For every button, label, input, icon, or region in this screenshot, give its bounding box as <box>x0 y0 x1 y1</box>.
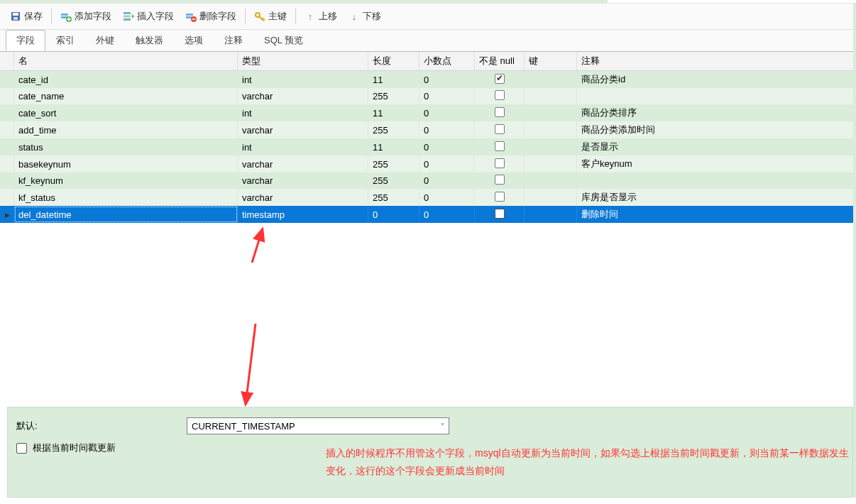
notnull-checkbox[interactable] <box>495 90 505 100</box>
col-type[interactable]: 类型 <box>238 52 368 71</box>
notnull-checkbox[interactable] <box>495 192 505 202</box>
cell-key[interactable] <box>525 206 577 223</box>
notnull-checkbox[interactable] <box>495 107 505 117</box>
delete-field-button[interactable]: 删除字段 <box>181 8 241 25</box>
tab-options[interactable]: 选项 <box>174 30 214 51</box>
cell-comment[interactable]: 是否显示 <box>577 138 856 155</box>
insert-field-label: 插入字段 <box>137 10 174 23</box>
cell-key[interactable] <box>525 104 577 121</box>
primary-key-button[interactable]: 主键 <box>250 8 291 25</box>
cell-length[interactable]: 11 <box>368 138 419 155</box>
cell-name[interactable]: status <box>14 138 238 155</box>
cell-key[interactable] <box>525 189 577 206</box>
cell-length[interactable]: 0 <box>368 206 419 223</box>
notnull-checkbox[interactable] <box>495 158 505 168</box>
cell-length[interactable]: 255 <box>368 172 419 189</box>
notnull-checkbox[interactable] <box>495 74 505 84</box>
table-row[interactable]: kf_keynumvarchar2550 <box>0 172 856 189</box>
cell-key[interactable] <box>525 88 577 104</box>
default-value-combo[interactable]: CURRENT_TIMESTAMP ˅ <box>187 417 449 434</box>
cell-name[interactable]: kf_status <box>14 189 238 206</box>
cell-name[interactable]: cate_sort <box>14 104 238 121</box>
cell-comment[interactable]: 删除时间 <box>577 206 856 223</box>
cell-type[interactable]: varchar <box>238 172 368 189</box>
on-update-timestamp-checkbox[interactable] <box>16 443 27 454</box>
insert-field-button[interactable]: 插入字段 <box>119 8 178 25</box>
cell-decimals[interactable]: 0 <box>419 189 475 206</box>
tab-foreign-keys[interactable]: 外键 <box>85 30 125 51</box>
save-button[interactable]: 保存 <box>6 8 47 25</box>
tab-sql-preview[interactable]: SQL 预览 <box>253 30 314 51</box>
table-row[interactable]: cate_namevarchar2550 <box>0 88 856 104</box>
cell-name[interactable]: add_time <box>14 121 238 138</box>
cell-comment[interactable]: 客户keynum <box>577 155 856 172</box>
tab-comment[interactable]: 注释 <box>214 30 253 51</box>
cell-comment[interactable]: 商品分类排序 <box>577 104 856 121</box>
cell-name[interactable]: del_datetime <box>14 206 238 223</box>
svg-rect-3 <box>61 13 68 16</box>
cell-decimals[interactable]: 0 <box>419 71 475 89</box>
cell-key[interactable] <box>525 172 577 189</box>
move-up-button[interactable]: ↑ 上移 <box>300 8 341 25</box>
cell-decimals[interactable]: 0 <box>419 104 475 121</box>
cell-decimals[interactable]: 0 <box>419 88 475 104</box>
cell-type[interactable]: varchar <box>238 189 368 206</box>
cell-comment[interactable]: 库房是否显示 <box>577 189 856 206</box>
col-notnull[interactable]: 不是 null <box>475 52 525 71</box>
cell-comment[interactable]: 商品分类id <box>577 71 856 89</box>
fields-grid[interactable]: 名 类型 长度 小数点 不是 null 键 注释 cate_idint110商品… <box>0 52 856 223</box>
col-key[interactable]: 键 <box>525 52 577 71</box>
insert-field-icon <box>123 11 134 22</box>
cell-length[interactable]: 255 <box>368 88 419 104</box>
notnull-checkbox[interactable] <box>495 124 505 134</box>
table-row[interactable]: add_timevarchar2550商品分类添加时间 <box>0 121 856 138</box>
cell-length[interactable]: 255 <box>368 189 419 206</box>
cell-length[interactable]: 11 <box>368 104 419 121</box>
tab-triggers[interactable]: 触发器 <box>125 30 174 51</box>
tab-indexes[interactable]: 索引 <box>45 30 85 51</box>
cell-length[interactable]: 11 <box>368 71 419 89</box>
cell-key[interactable] <box>525 155 577 172</box>
cell-length[interactable]: 255 <box>368 121 419 138</box>
col-name[interactable]: 名 <box>14 52 238 71</box>
cell-type[interactable]: timestamp <box>238 206 368 223</box>
cell-key[interactable] <box>525 138 577 155</box>
cell-type[interactable]: int <box>238 71 368 89</box>
col-length[interactable]: 长度 <box>368 52 419 71</box>
cell-key[interactable] <box>525 71 577 89</box>
cell-decimals[interactable]: 0 <box>419 172 475 189</box>
cell-key[interactable] <box>525 121 577 138</box>
notnull-checkbox[interactable] <box>495 209 505 219</box>
notnull-checkbox[interactable] <box>495 141 505 151</box>
col-decimals[interactable]: 小数点 <box>419 52 475 71</box>
cell-length[interactable]: 255 <box>368 155 419 172</box>
cell-decimals[interactable]: 0 <box>419 155 475 172</box>
table-row[interactable]: cate_sortint110商品分类排序 <box>0 104 856 121</box>
table-row[interactable]: kf_statusvarchar2550库房是否显示 <box>0 189 856 206</box>
cell-type[interactable]: varchar <box>238 155 368 172</box>
tab-fields[interactable]: 字段 <box>6 30 45 51</box>
cell-type[interactable]: varchar <box>238 88 368 104</box>
cell-comment[interactable] <box>577 172 856 189</box>
table-row[interactable]: statusint110是否显示 <box>0 138 856 155</box>
table-row[interactable]: del_datetimetimestamp00删除时间 <box>0 206 856 223</box>
cell-name[interactable]: kf_keynum <box>14 172 238 189</box>
cell-decimals[interactable]: 0 <box>419 206 475 223</box>
cell-decimals[interactable]: 0 <box>419 121 475 138</box>
table-row[interactable]: basekeynumvarchar2550客户keynum <box>0 155 856 172</box>
cell-decimals[interactable]: 0 <box>419 138 475 155</box>
cell-comment[interactable] <box>577 88 856 104</box>
notnull-checkbox[interactable] <box>495 175 505 185</box>
delete-field-label: 删除字段 <box>199 10 236 23</box>
table-row[interactable]: cate_idint110商品分类id <box>0 71 856 89</box>
cell-name[interactable]: cate_name <box>14 88 238 104</box>
cell-type[interactable]: varchar <box>238 121 368 138</box>
cell-name[interactable]: cate_id <box>14 71 238 89</box>
cell-comment[interactable]: 商品分类添加时间 <box>577 121 856 138</box>
add-field-button[interactable]: 添加字段 <box>56 8 116 25</box>
move-down-button[interactable]: ↓ 下移 <box>344 8 385 25</box>
col-comment[interactable]: 注释 <box>577 52 856 71</box>
cell-type[interactable]: int <box>238 138 368 155</box>
cell-name[interactable]: basekeynum <box>14 155 238 172</box>
cell-type[interactable]: int <box>238 104 368 121</box>
